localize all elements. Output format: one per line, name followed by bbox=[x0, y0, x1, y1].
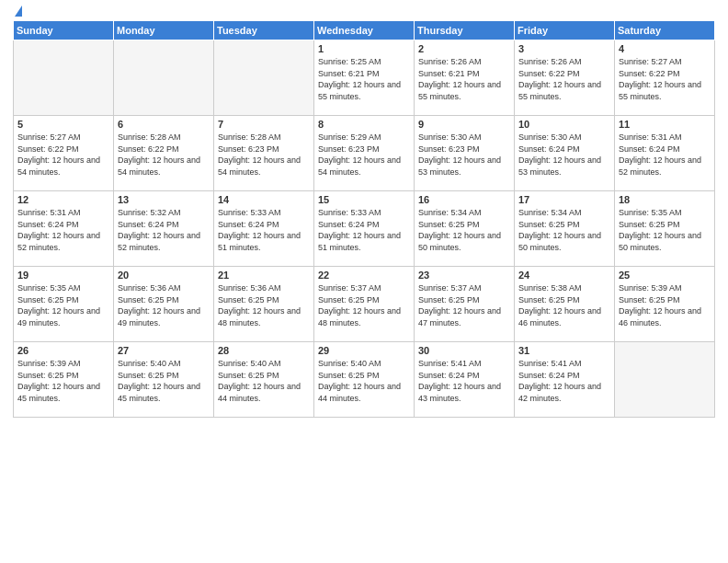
day-number: 24 bbox=[518, 270, 610, 281]
day-info: Sunrise: 5:27 AM Sunset: 6:22 PM Dayligh… bbox=[619, 56, 711, 102]
day-info: Sunrise: 5:39 AM Sunset: 6:25 PM Dayligh… bbox=[17, 358, 109, 404]
day-info: Sunrise: 5:39 AM Sunset: 6:25 PM Dayligh… bbox=[619, 282, 711, 328]
day-number: 28 bbox=[218, 345, 310, 356]
day-info: Sunrise: 5:37 AM Sunset: 6:25 PM Dayligh… bbox=[418, 282, 510, 328]
day-info: Sunrise: 5:26 AM Sunset: 6:21 PM Dayligh… bbox=[418, 56, 510, 102]
day-number: 4 bbox=[619, 43, 711, 54]
day-number: 14 bbox=[218, 194, 310, 205]
weekday-header-row: SundayMondayTuesdayWednesdayThursdayFrid… bbox=[14, 21, 715, 40]
calendar-cell: 17 Sunrise: 5:34 AM Sunset: 6:25 PM Dayl… bbox=[515, 191, 615, 267]
day-number: 10 bbox=[518, 119, 610, 130]
day-info: Sunrise: 5:30 AM Sunset: 6:23 PM Dayligh… bbox=[418, 132, 510, 178]
calendar-cell: 19 Sunrise: 5:35 AM Sunset: 6:25 PM Dayl… bbox=[14, 267, 114, 342]
calendar-week-3: 19 Sunrise: 5:35 AM Sunset: 6:25 PM Dayl… bbox=[14, 267, 715, 342]
day-info: Sunrise: 5:37 AM Sunset: 6:25 PM Dayligh… bbox=[318, 282, 410, 328]
day-info: Sunrise: 5:36 AM Sunset: 6:25 PM Dayligh… bbox=[118, 282, 210, 328]
day-info: Sunrise: 5:40 AM Sunset: 6:25 PM Dayligh… bbox=[218, 358, 310, 404]
weekday-header-tuesday: Tuesday bbox=[214, 21, 314, 40]
page: SundayMondayTuesdayWednesdayThursdayFrid… bbox=[0, 0, 728, 563]
calendar-cell: 23 Sunrise: 5:37 AM Sunset: 6:25 PM Dayl… bbox=[415, 267, 515, 342]
day-number: 22 bbox=[318, 270, 410, 281]
calendar-week-0: 1 Sunrise: 5:25 AM Sunset: 6:21 PM Dayli… bbox=[14, 40, 715, 116]
calendar-cell bbox=[615, 342, 715, 418]
weekday-header-sunday: Sunday bbox=[14, 21, 114, 40]
logo-icon bbox=[15, 6, 22, 17]
day-number: 18 bbox=[619, 194, 711, 205]
calendar-cell: 16 Sunrise: 5:34 AM Sunset: 6:25 PM Dayl… bbox=[415, 191, 515, 267]
calendar-cell: 11 Sunrise: 5:31 AM Sunset: 6:24 PM Dayl… bbox=[615, 116, 715, 191]
day-info: Sunrise: 5:26 AM Sunset: 6:22 PM Dayligh… bbox=[518, 56, 610, 102]
day-number: 19 bbox=[17, 270, 109, 281]
calendar: SundayMondayTuesdayWednesdayThursdayFrid… bbox=[13, 20, 715, 418]
day-number: 16 bbox=[418, 194, 510, 205]
day-number: 26 bbox=[17, 345, 109, 356]
day-info: Sunrise: 5:34 AM Sunset: 6:25 PM Dayligh… bbox=[518, 207, 610, 253]
calendar-cell: 8 Sunrise: 5:29 AM Sunset: 6:23 PM Dayli… bbox=[314, 116, 415, 191]
calendar-cell: 31 Sunrise: 5:41 AM Sunset: 6:24 PM Dayl… bbox=[515, 342, 615, 418]
day-info: Sunrise: 5:41 AM Sunset: 6:24 PM Dayligh… bbox=[418, 358, 510, 404]
day-info: Sunrise: 5:30 AM Sunset: 6:24 PM Dayligh… bbox=[518, 132, 610, 178]
calendar-cell: 29 Sunrise: 5:40 AM Sunset: 6:25 PM Dayl… bbox=[314, 342, 415, 418]
logo bbox=[13, 9, 22, 13]
calendar-cell: 10 Sunrise: 5:30 AM Sunset: 6:24 PM Dayl… bbox=[515, 116, 615, 191]
day-number: 23 bbox=[418, 270, 510, 281]
calendar-cell: 1 Sunrise: 5:25 AM Sunset: 6:21 PM Dayli… bbox=[314, 40, 415, 116]
day-info: Sunrise: 5:35 AM Sunset: 6:25 PM Dayligh… bbox=[17, 282, 109, 328]
calendar-cell: 3 Sunrise: 5:26 AM Sunset: 6:22 PM Dayli… bbox=[515, 40, 615, 116]
day-info: Sunrise: 5:28 AM Sunset: 6:22 PM Dayligh… bbox=[118, 132, 210, 178]
header bbox=[13, 9, 715, 13]
day-info: Sunrise: 5:33 AM Sunset: 6:24 PM Dayligh… bbox=[318, 207, 410, 253]
day-number: 1 bbox=[318, 43, 410, 54]
day-number: 11 bbox=[619, 119, 711, 130]
day-number: 15 bbox=[318, 194, 410, 205]
day-number: 3 bbox=[518, 43, 610, 54]
day-number: 5 bbox=[17, 119, 109, 130]
calendar-cell: 6 Sunrise: 5:28 AM Sunset: 6:22 PM Dayli… bbox=[114, 116, 214, 191]
weekday-header-wednesday: Wednesday bbox=[314, 21, 415, 40]
day-number: 25 bbox=[619, 270, 711, 281]
day-number: 31 bbox=[518, 345, 610, 356]
day-number: 13 bbox=[118, 194, 210, 205]
day-number: 21 bbox=[218, 270, 310, 281]
day-number: 30 bbox=[418, 345, 510, 356]
calendar-week-4: 26 Sunrise: 5:39 AM Sunset: 6:25 PM Dayl… bbox=[14, 342, 715, 418]
day-number: 29 bbox=[318, 345, 410, 356]
weekday-header-thursday: Thursday bbox=[415, 21, 515, 40]
calendar-cell: 7 Sunrise: 5:28 AM Sunset: 6:23 PM Dayli… bbox=[214, 116, 314, 191]
day-number: 9 bbox=[418, 119, 510, 130]
day-info: Sunrise: 5:40 AM Sunset: 6:25 PM Dayligh… bbox=[118, 358, 210, 404]
calendar-cell bbox=[114, 40, 214, 116]
day-info: Sunrise: 5:40 AM Sunset: 6:25 PM Dayligh… bbox=[318, 358, 410, 404]
day-info: Sunrise: 5:31 AM Sunset: 6:24 PM Dayligh… bbox=[17, 207, 109, 253]
calendar-cell: 2 Sunrise: 5:26 AM Sunset: 6:21 PM Dayli… bbox=[415, 40, 515, 116]
day-number: 20 bbox=[118, 270, 210, 281]
day-number: 12 bbox=[17, 194, 109, 205]
calendar-cell: 22 Sunrise: 5:37 AM Sunset: 6:25 PM Dayl… bbox=[314, 267, 415, 342]
day-info: Sunrise: 5:34 AM Sunset: 6:25 PM Dayligh… bbox=[418, 207, 510, 253]
calendar-cell: 14 Sunrise: 5:33 AM Sunset: 6:24 PM Dayl… bbox=[214, 191, 314, 267]
day-info: Sunrise: 5:33 AM Sunset: 6:24 PM Dayligh… bbox=[218, 207, 310, 253]
calendar-cell: 9 Sunrise: 5:30 AM Sunset: 6:23 PM Dayli… bbox=[415, 116, 515, 191]
day-info: Sunrise: 5:35 AM Sunset: 6:25 PM Dayligh… bbox=[619, 207, 711, 253]
day-info: Sunrise: 5:38 AM Sunset: 6:25 PM Dayligh… bbox=[518, 282, 610, 328]
calendar-cell: 27 Sunrise: 5:40 AM Sunset: 6:25 PM Dayl… bbox=[114, 342, 214, 418]
calendar-cell: 5 Sunrise: 5:27 AM Sunset: 6:22 PM Dayli… bbox=[14, 116, 114, 191]
weekday-header-friday: Friday bbox=[515, 21, 615, 40]
calendar-cell: 28 Sunrise: 5:40 AM Sunset: 6:25 PM Dayl… bbox=[214, 342, 314, 418]
day-number: 27 bbox=[118, 345, 210, 356]
day-info: Sunrise: 5:32 AM Sunset: 6:24 PM Dayligh… bbox=[118, 207, 210, 253]
day-number: 2 bbox=[418, 43, 510, 54]
calendar-cell: 12 Sunrise: 5:31 AM Sunset: 6:24 PM Dayl… bbox=[14, 191, 114, 267]
calendar-week-2: 12 Sunrise: 5:31 AM Sunset: 6:24 PM Dayl… bbox=[14, 191, 715, 267]
day-info: Sunrise: 5:36 AM Sunset: 6:25 PM Dayligh… bbox=[218, 282, 310, 328]
weekday-header-saturday: Saturday bbox=[615, 21, 715, 40]
calendar-cell: 13 Sunrise: 5:32 AM Sunset: 6:24 PM Dayl… bbox=[114, 191, 214, 267]
calendar-cell: 26 Sunrise: 5:39 AM Sunset: 6:25 PM Dayl… bbox=[14, 342, 114, 418]
day-number: 6 bbox=[118, 119, 210, 130]
calendar-cell: 21 Sunrise: 5:36 AM Sunset: 6:25 PM Dayl… bbox=[214, 267, 314, 342]
calendar-cell: 20 Sunrise: 5:36 AM Sunset: 6:25 PM Dayl… bbox=[114, 267, 214, 342]
day-info: Sunrise: 5:28 AM Sunset: 6:23 PM Dayligh… bbox=[218, 132, 310, 178]
day-info: Sunrise: 5:27 AM Sunset: 6:22 PM Dayligh… bbox=[17, 132, 109, 178]
calendar-cell: 24 Sunrise: 5:38 AM Sunset: 6:25 PM Dayl… bbox=[515, 267, 615, 342]
calendar-cell: 4 Sunrise: 5:27 AM Sunset: 6:22 PM Dayli… bbox=[615, 40, 715, 116]
